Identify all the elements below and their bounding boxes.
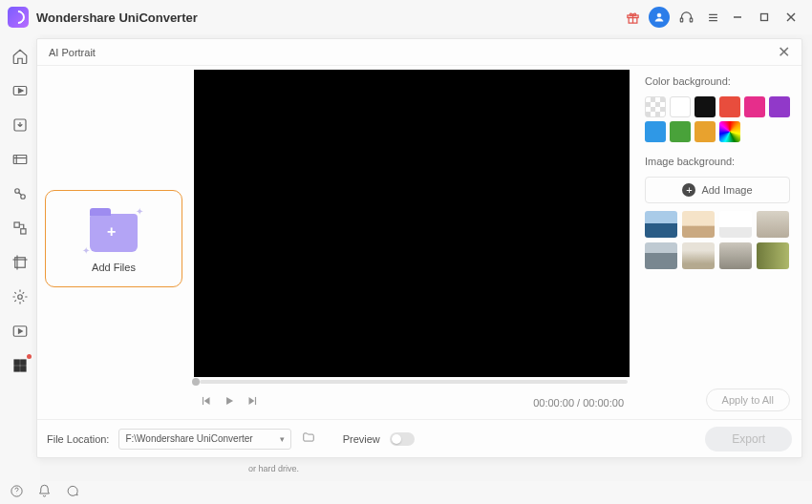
rail-merger-icon[interactable] xyxy=(10,218,31,239)
files-column: + ✦ ✦ Add Files xyxy=(37,66,190,419)
app-title: Wondershare UniConverter xyxy=(36,10,198,25)
color-swatch[interactable] xyxy=(645,96,666,117)
color-swatch[interactable] xyxy=(744,96,765,117)
svg-rect-23 xyxy=(21,229,26,234)
feedback-icon[interactable] xyxy=(65,484,79,502)
svg-rect-33 xyxy=(21,367,26,371)
scrub-bar[interactable] xyxy=(194,377,630,387)
svg-rect-24 xyxy=(15,258,26,268)
add-files-card[interactable]: + ✦ ✦ Add Files xyxy=(45,190,182,287)
modal-footer: File Location: F:\Wondershare UniConvert… xyxy=(37,419,801,457)
bg-thumbnail[interactable] xyxy=(682,242,715,269)
file-location-selector[interactable]: F:\Wondershare UniConverter ▾ xyxy=(118,429,290,450)
rail-home-icon[interactable] xyxy=(10,46,31,67)
color-swatch[interactable] xyxy=(694,96,716,117)
play-button[interactable] xyxy=(223,394,236,411)
preview-column: 00:00:00 / 00:00:00 xyxy=(190,66,637,419)
preview-toggle-label: Preview xyxy=(343,433,380,445)
rail-toolbox-icon[interactable] xyxy=(10,355,31,376)
user-account-icon[interactable] xyxy=(648,6,671,29)
svg-rect-4 xyxy=(680,18,683,22)
svg-marker-37 xyxy=(249,397,255,405)
rail-compressor-icon[interactable] xyxy=(10,149,31,170)
bg-thumbnail[interactable] xyxy=(757,211,789,238)
rail-player-icon[interactable] xyxy=(10,321,31,342)
svg-point-3 xyxy=(657,13,661,17)
time-display: 00:00:00 / 00:00:00 xyxy=(533,397,624,409)
bg-thumbnail[interactable] xyxy=(682,211,715,238)
apply-to-all-button[interactable]: Apply to All xyxy=(706,388,790,411)
bg-thumbnail[interactable] xyxy=(719,211,752,238)
rail-downloader-icon[interactable] xyxy=(10,115,31,136)
color-swatch[interactable] xyxy=(694,121,716,142)
gift-icon[interactable] xyxy=(621,6,644,29)
rail-converter-icon[interactable] xyxy=(10,80,31,101)
chevron-down-icon: ▾ xyxy=(280,434,285,444)
file-location-value: F:\Wondershare UniConverter xyxy=(125,433,252,444)
modal-close-button[interactable]: ✕ xyxy=(778,43,790,61)
svg-marker-34 xyxy=(204,397,210,405)
color-swatches xyxy=(645,96,790,142)
headset-support-icon[interactable] xyxy=(674,6,697,29)
playback-controls: 00:00:00 / 00:00:00 xyxy=(194,387,630,419)
left-rail xyxy=(0,34,40,481)
svg-rect-31 xyxy=(21,360,26,365)
bg-thumbnail[interactable] xyxy=(719,242,752,269)
minimize-button[interactable] xyxy=(724,4,751,31)
bg-thumbnail[interactable] xyxy=(757,242,789,269)
color-swatch[interactable] xyxy=(769,96,790,117)
color-bg-label: Color background: xyxy=(645,75,790,87)
notification-icon[interactable] xyxy=(37,484,52,502)
color-swatch[interactable] xyxy=(719,121,740,142)
help-icon[interactable] xyxy=(10,484,24,502)
svg-point-27 xyxy=(18,295,23,300)
svg-rect-5 xyxy=(690,18,693,22)
svg-line-21 xyxy=(19,193,22,196)
svg-marker-14 xyxy=(19,89,24,94)
rail-editor-icon[interactable] xyxy=(10,183,31,204)
preview-toggle[interactable] xyxy=(390,432,415,446)
video-preview[interactable] xyxy=(194,70,630,377)
image-bg-label: Image background: xyxy=(645,156,790,167)
svg-marker-29 xyxy=(19,329,23,334)
svg-rect-38 xyxy=(255,397,256,405)
svg-rect-35 xyxy=(203,397,203,405)
background-text: or hard drive. xyxy=(248,464,299,475)
ai-portrait-modal: AI Portrait ✕ + ✦ ✦ Add Files xyxy=(36,38,802,458)
folder-plus-icon: + ✦ ✦ xyxy=(90,214,138,252)
color-swatch[interactable] xyxy=(670,96,691,117)
app-logo xyxy=(8,7,29,28)
add-image-label: Add Image xyxy=(701,184,752,196)
svg-rect-32 xyxy=(14,367,19,371)
bg-thumbnail[interactable] xyxy=(645,211,677,238)
next-button[interactable] xyxy=(246,394,259,411)
background-panel: Color background: Image background: + Ad… xyxy=(637,66,801,419)
rail-settings-icon[interactable] xyxy=(10,286,31,307)
image-thumbnails xyxy=(645,211,790,269)
modal-header: AI Portrait ✕ xyxy=(37,39,801,66)
bg-thumbnail[interactable] xyxy=(645,242,677,269)
color-swatch[interactable] xyxy=(719,96,740,117)
svg-rect-30 xyxy=(14,360,19,365)
close-button[interactable] xyxy=(778,4,804,31)
add-files-label: Add Files xyxy=(92,262,136,273)
file-location-label: File Location: xyxy=(47,433,109,445)
status-bar xyxy=(0,481,812,504)
svg-marker-36 xyxy=(226,397,233,405)
svg-rect-16 xyxy=(13,156,27,164)
svg-rect-22 xyxy=(14,222,19,227)
color-swatch[interactable] xyxy=(645,121,666,142)
color-swatch[interactable] xyxy=(670,121,691,142)
prev-button[interactable] xyxy=(200,394,213,411)
menu-icon[interactable] xyxy=(701,6,724,29)
modal-title: AI Portrait xyxy=(49,47,96,58)
add-image-button[interactable]: + Add Image xyxy=(645,177,790,203)
plus-icon: + xyxy=(682,183,695,197)
title-bar: Wondershare UniConverter xyxy=(0,0,812,34)
open-folder-icon[interactable] xyxy=(301,430,316,448)
export-button[interactable]: Export xyxy=(705,427,792,452)
svg-rect-10 xyxy=(761,14,768,21)
maximize-button[interactable] xyxy=(751,4,778,31)
rail-crop-icon[interactable] xyxy=(10,252,31,273)
